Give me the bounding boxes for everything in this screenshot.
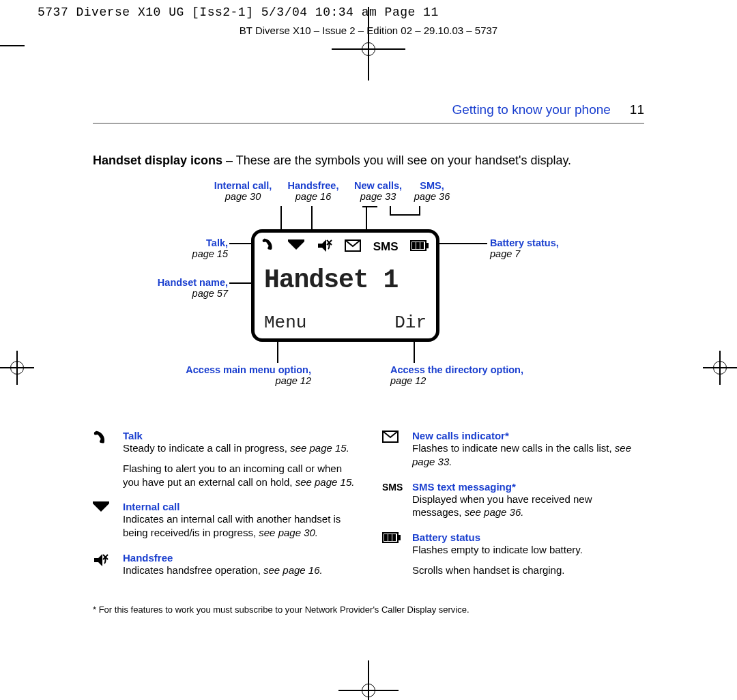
callout-handsfree: Handsfree,page 16 [283,180,344,202]
display-diagram: Internal call,page 30 Handsfree,page 16 … [93,181,644,427]
svg-rect-7 [426,243,429,248]
sms-icon: SMS [373,240,399,254]
svg-rect-1 [288,239,304,242]
envelope-icon [382,430,403,469]
print-slug: 5737 Diverse X10 UG [Iss2-1] 5/3/04 10:3… [38,5,439,19]
legend-item-internal: Internal call Indicates an internal call… [93,501,355,540]
legend-title: Talk [123,430,355,441]
callout-sms: SMS,page 36 [408,180,456,202]
page-number: 11 [630,102,644,117]
svg-marker-0 [288,242,304,250]
svg-rect-21 [392,534,396,541]
callout-dir: Access the directory option,page 12 [390,364,540,386]
callout-talk: Talk,page 15 [105,237,228,259]
icon-legend: Talk Steady to indicate a call in progre… [93,430,644,589]
battery-icon [410,240,429,253]
svg-rect-19 [384,534,388,541]
handset-screen: SMS Handset 1 Menu Dir [251,229,439,342]
legend-title: Battery status [412,531,583,543]
internal-call-icon [93,501,113,540]
svg-marker-13 [94,554,102,566]
svg-rect-10 [420,242,424,249]
divider [93,123,644,123]
internal-call-icon [288,239,304,254]
registration-mark-icon [360,682,377,699]
svg-rect-9 [416,242,420,249]
handset-name-text: Handset 1 [264,265,398,295]
intro-bold: Handset display icons [93,154,222,167]
handsfree-icon [93,552,113,577]
intro-text: Handset display icons – These are the sy… [93,154,644,168]
callout-internal-call: Internal call,page 30 [209,180,277,202]
legend-item-newcalls: New calls indicator* Flashes to indicate… [382,430,644,469]
softkey-dir: Dir [394,312,427,333]
talk-icon [93,430,113,488]
legend-item-battery: Battery status Flashes empty to indicate… [382,531,644,577]
callout-battery: Battery status,page 7 [490,237,613,259]
battery-icon [382,531,403,577]
svg-rect-20 [388,534,392,541]
callout-menu: Access main menu option,page 12 [175,364,311,386]
registration-mark-icon [7,358,27,378]
callout-handset-name: Handset name,page 57 [105,277,228,299]
svg-marker-2 [318,239,326,252]
handsfree-icon [317,238,333,255]
section-title: Getting to know your phone [452,102,610,117]
legend-item-sms: SMS SMS text messaging* Displayed when y… [382,481,644,520]
registration-mark-icon [710,358,730,378]
svg-rect-8 [412,242,416,249]
sms-icon: SMS [382,481,403,520]
legend-title: SMS text messaging* [412,481,644,493]
svg-marker-11 [93,504,109,512]
intro-rest: – These are the symbols you will see on … [222,154,571,167]
legend-title: Internal call [123,501,355,512]
talk-icon [261,238,276,255]
svg-rect-18 [398,535,401,540]
legend-title: Handsfree [123,552,323,564]
legend-item-talk: Talk Steady to indicate a call in progre… [93,430,355,488]
legend-item-handsfree: Handsfree Indicates handsfree operation,… [93,552,355,577]
svg-rect-12 [93,501,109,504]
envelope-icon [345,239,361,254]
callout-new-calls: New calls,page 33 [351,180,405,202]
footnote: * For this features to work you must sub… [93,604,644,615]
crop-mark-icon [0,45,25,46]
registration-mark-icon [360,41,377,57]
legend-title: New calls indicator* [412,430,644,441]
softkey-menu: Menu [264,312,306,333]
